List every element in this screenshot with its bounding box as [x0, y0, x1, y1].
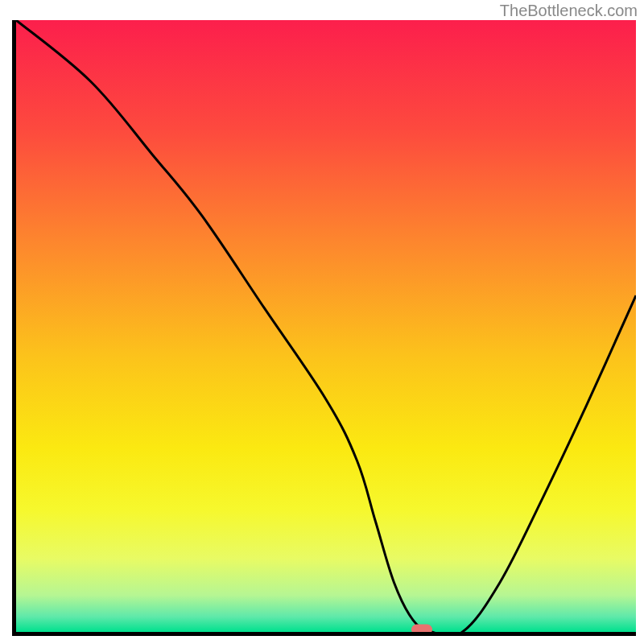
watermark-text: TheBottleneck.com [500, 2, 638, 20]
curve-svg [16, 20, 636, 632]
plot-area [12, 20, 636, 636]
bottleneck-curve [16, 20, 636, 632]
chart-container: TheBottleneck.com [0, 0, 644, 644]
chart-marker [411, 625, 432, 635]
